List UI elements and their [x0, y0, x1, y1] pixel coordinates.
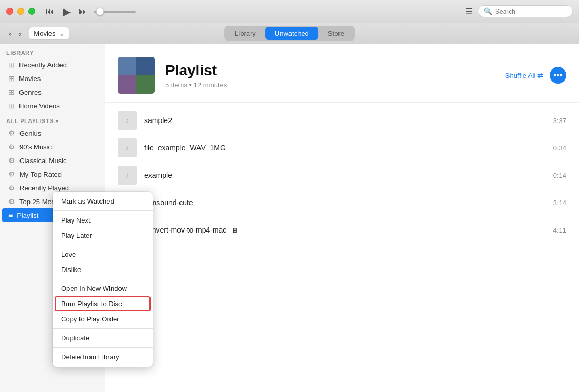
menu-item-burn-playlist[interactable]: Burn Playlist to Disc — [55, 296, 151, 311]
menu-separator — [53, 328, 153, 329]
menu-item-delete-library[interactable]: Delete from Library — [53, 349, 153, 365]
menu-item-copy-play-order[interactable]: Copy to Play Order — [53, 311, 153, 327]
context-menu: Mark as Watched Play Next Play Later Lov… — [53, 192, 153, 367]
menu-separator — [53, 210, 153, 211]
menu-separator — [53, 347, 153, 348]
menu-item-play-next[interactable]: Play Next — [53, 213, 153, 228]
menu-item-play-later[interactable]: Play Later — [53, 228, 153, 243]
menu-item-mark-watched[interactable]: Mark as Watched — [53, 194, 153, 209]
menu-item-love[interactable]: Love — [53, 247, 153, 262]
menu-item-dislike[interactable]: Dislike — [53, 262, 153, 277]
menu-item-duplicate[interactable]: Duplicate — [53, 330, 153, 346]
menu-separator — [53, 245, 153, 245]
menu-separator — [53, 279, 153, 279]
menu-item-open-new-window[interactable]: Open in New Window — [53, 281, 153, 296]
context-menu-overlay: Mark as Watched Play Next Play Later Lov… — [0, 0, 579, 392]
